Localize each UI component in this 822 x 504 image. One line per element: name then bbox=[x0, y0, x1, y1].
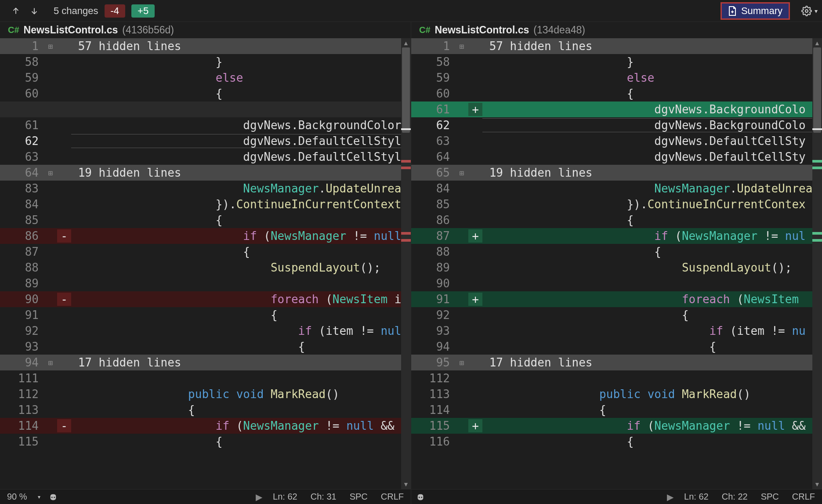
code-line[interactable]: 112 bbox=[411, 370, 822, 386]
added-count-badge: +5 bbox=[131, 4, 155, 18]
left-whitespace-mode[interactable]: SPC bbox=[347, 492, 370, 502]
summary-icon bbox=[728, 6, 737, 16]
left-file-name: NewsListControl.cs bbox=[24, 24, 118, 36]
copilot-icon[interactable] bbox=[416, 493, 425, 501]
code-line[interactable]: 87 { bbox=[0, 244, 411, 260]
code-line[interactable]: 93 if (item != nu bbox=[411, 323, 822, 339]
svg-point-1 bbox=[51, 497, 53, 498]
left-editor[interactable]: 1⊞ 57 hidden lines58 }59 else60 {61 dgvN… bbox=[0, 38, 411, 489]
code-line[interactable]: 63 dgvNews.DefaultCellSty bbox=[411, 133, 822, 149]
diff-toolbar: 5 changes -4 +5 Summary ▾ bbox=[0, 0, 822, 22]
code-line[interactable]: 93 { bbox=[0, 339, 411, 355]
code-line[interactable]: 61+ dgvNews.BackgroundColo bbox=[411, 102, 822, 117]
left-col-indicator[interactable]: Ch: 31 bbox=[308, 492, 339, 502]
code-line[interactable]: 114- if (NewsManager != null && N bbox=[0, 418, 411, 434]
right-line-indicator[interactable]: Ln: 62 bbox=[681, 492, 711, 502]
code-line[interactable]: 87+ if (NewsManager != nul bbox=[411, 228, 822, 244]
right-whitespace-mode[interactable]: SPC bbox=[758, 492, 782, 502]
code-line[interactable]: 90 bbox=[411, 276, 822, 291]
code-line[interactable]: 1⊞ 57 hidden lines bbox=[0, 38, 411, 54]
left-file-hash: (4136b56d) bbox=[122, 24, 174, 36]
right-file-name: NewsListControl.cs bbox=[435, 24, 529, 36]
code-line[interactable]: 85 { bbox=[0, 212, 411, 228]
summary-label: Summary bbox=[741, 5, 782, 17]
hscroll-right-icon[interactable]: ▶ bbox=[256, 492, 262, 502]
code-line[interactable]: 116 { bbox=[411, 434, 822, 450]
csharp-icon: C# bbox=[419, 25, 431, 35]
code-line[interactable]: 65⊞ 19 hidden lines bbox=[411, 165, 822, 181]
code-line[interactable]: 59 else bbox=[411, 70, 822, 86]
code-line[interactable]: 64 dgvNews.DefaultCellSty bbox=[411, 149, 822, 165]
fold-toggle[interactable]: ⊞ bbox=[455, 42, 468, 51]
summary-button[interactable]: Summary bbox=[721, 2, 790, 20]
code-line[interactable]: 90- foreach (NewsItem it bbox=[0, 291, 411, 307]
chevron-down-icon: ▾ bbox=[815, 7, 818, 15]
code-line[interactable]: 114 { bbox=[411, 402, 822, 418]
gear-icon bbox=[801, 6, 812, 16]
code-line[interactable]: 94⊞ 17 hidden lines bbox=[0, 355, 411, 370]
left-scrollbar[interactable]: ▲ ▼ bbox=[401, 38, 411, 489]
code-line[interactable]: 62 dgvNews.DefaultCellStyle bbox=[0, 133, 411, 149]
code-line[interactable]: 63 dgvNews.DefaultCellStyle bbox=[0, 149, 411, 165]
left-line-indicator[interactable]: Ln: 62 bbox=[270, 492, 300, 502]
code-line[interactable]: 83 NewsManager.UpdateUnread bbox=[0, 181, 411, 196]
code-line[interactable]: 58 } bbox=[411, 54, 822, 70]
fold-toggle[interactable]: ⊞ bbox=[44, 168, 57, 178]
fold-toggle[interactable]: ⊞ bbox=[44, 42, 57, 51]
status-bar: 90 % ▾ ▶ Ln: 62 Ch: 31 SPC CRLF ▶ Ln: 62… bbox=[0, 489, 822, 504]
fold-toggle[interactable]: ⊞ bbox=[455, 168, 468, 178]
svg-point-3 bbox=[419, 497, 420, 498]
code-line[interactable]: 91+ foreach (NewsItem bbox=[411, 291, 822, 307]
code-line[interactable]: 115 { bbox=[0, 434, 411, 450]
code-line[interactable]: 94 { bbox=[411, 339, 822, 355]
code-line[interactable]: 92 if (item != null bbox=[0, 323, 411, 339]
code-line[interactable]: 89 bbox=[0, 276, 411, 291]
code-line[interactable]: 86 { bbox=[411, 212, 822, 228]
code-line[interactable] bbox=[0, 102, 411, 117]
code-line[interactable]: 58 } bbox=[0, 54, 411, 70]
code-line[interactable]: 1⊞ 57 hidden lines bbox=[411, 38, 822, 54]
right-col-indicator[interactable]: Ch: 22 bbox=[719, 492, 750, 502]
left-eol-mode[interactable]: CRLF bbox=[378, 492, 406, 502]
code-line[interactable]: 88 { bbox=[411, 244, 822, 260]
left-pane: C# NewsListControl.cs (4136b56d) 1⊞ 57 h… bbox=[0, 22, 411, 489]
svg-point-0 bbox=[805, 10, 808, 12]
next-change-button[interactable] bbox=[29, 6, 40, 16]
code-line[interactable]: 64⊞ 19 hidden lines bbox=[0, 165, 411, 181]
code-line[interactable]: 91 { bbox=[0, 307, 411, 323]
code-line[interactable]: 84 }).ContinueInCurrentContext( bbox=[0, 196, 411, 212]
code-line[interactable]: 89 SuspendLayout(); bbox=[411, 260, 822, 276]
right-editor[interactable]: 1⊞ 57 hidden lines58 }59 else60 {61+ dgv… bbox=[411, 38, 822, 489]
csharp-icon: C# bbox=[8, 25, 19, 35]
settings-button[interactable]: ▾ bbox=[801, 6, 818, 16]
code-line[interactable]: 111 bbox=[0, 370, 411, 386]
code-line[interactable]: 84 NewsManager.UpdateUnrea bbox=[411, 181, 822, 196]
code-line[interactable]: 112 public void MarkRead() bbox=[0, 386, 411, 402]
code-line[interactable]: 62 dgvNews.BackgroundColo bbox=[411, 117, 822, 133]
right-pane: C# NewsListControl.cs (134dea48) 1⊞ 57 h… bbox=[411, 22, 822, 489]
code-line[interactable]: 61 dgvNews.BackgroundColor bbox=[0, 117, 411, 133]
zoom-level[interactable]: 90 % bbox=[4, 492, 30, 502]
code-line[interactable]: 113 public void MarkRead() bbox=[411, 386, 822, 402]
chevron-down-icon[interactable]: ▾ bbox=[38, 494, 40, 500]
hscroll-right-icon[interactable]: ▶ bbox=[667, 492, 674, 502]
prev-change-button[interactable] bbox=[11, 6, 21, 16]
code-line[interactable]: 92 { bbox=[411, 307, 822, 323]
code-line[interactable]: 85 }).ContinueInCurrentContex bbox=[411, 196, 822, 212]
changes-count: 5 changes bbox=[54, 5, 98, 17]
code-line[interactable]: 59 else bbox=[0, 70, 411, 86]
code-line[interactable]: 115+ if (NewsManager != null && bbox=[411, 418, 822, 434]
code-line[interactable]: 113 { bbox=[0, 402, 411, 418]
code-line[interactable]: 88 SuspendLayout(); bbox=[0, 260, 411, 276]
copilot-icon[interactable] bbox=[48, 493, 58, 501]
right-scrollbar[interactable]: ▲ ▼ bbox=[812, 38, 822, 489]
code-line[interactable]: 60 { bbox=[0, 86, 411, 102]
code-line[interactable]: 86- if (NewsManager != null bbox=[0, 228, 411, 244]
right-eol-mode[interactable]: CRLF bbox=[789, 492, 818, 502]
code-line[interactable]: 95⊞ 17 hidden lines bbox=[411, 355, 822, 370]
diff-area: C# NewsListControl.cs (4136b56d) 1⊞ 57 h… bbox=[0, 22, 822, 489]
svg-point-4 bbox=[421, 497, 422, 498]
fold-toggle[interactable]: ⊞ bbox=[44, 358, 57, 367]
fold-toggle[interactable]: ⊞ bbox=[455, 358, 468, 367]
code-line[interactable]: 60 { bbox=[411, 86, 822, 102]
